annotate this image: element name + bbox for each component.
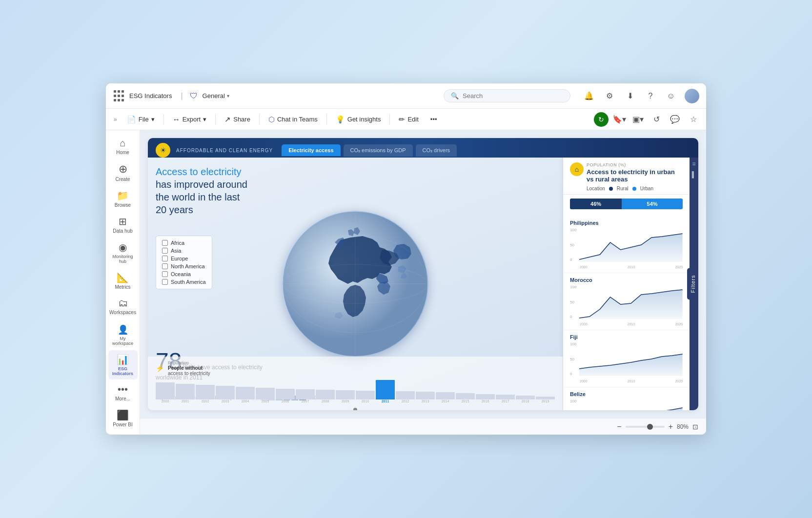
- urban-label: Urban: [640, 186, 653, 191]
- panel-header: ⌂ Population (%) Access to electricity i…: [563, 158, 690, 195]
- comment-icon[interactable]: 💬: [667, 112, 683, 127]
- sidebar-right-icon-2[interactable]: ▌: [692, 171, 696, 178]
- report-left: Access to electricity has improved aroun…: [148, 158, 563, 410]
- share-button[interactable]: ↗ Share: [220, 113, 255, 126]
- sidebar-item-workspaces[interactable]: 🗂 Workspaces: [108, 294, 138, 319]
- sidebar-right-icon-1[interactable]: ≡: [692, 160, 695, 167]
- country-chart-fiji: Fiji 100 50 0: [563, 330, 690, 387]
- filters-tab[interactable]: Filters: [687, 268, 698, 300]
- star-icon[interactable]: ☆: [686, 112, 701, 127]
- edit-button[interactable]: ✏ Edit: [394, 113, 423, 126]
- sidebar: ⌂ Home ⊕ Create 📁 Browse ⊞ Data hub ◉ Mo…: [106, 130, 140, 435]
- bar-col-2014: [436, 392, 455, 399]
- tab-co2-gdp[interactable]: CO₂ emissions by GDP: [344, 144, 413, 157]
- sidebar-item-more[interactable]: ••• More...: [108, 380, 138, 405]
- sidebar-item-esg[interactable]: 📊 ESG Indicators: [108, 350, 138, 379]
- powerbi-icon: ⬛: [117, 409, 129, 421]
- shield-icon: 🛡: [190, 92, 198, 100]
- philippines-chart: [579, 228, 683, 262]
- country-name-philippines: Philippines: [570, 220, 683, 226]
- bar-chart-subtitle-bold: People without: [168, 365, 210, 371]
- notifications-icon[interactable]: 🔔: [582, 89, 596, 103]
- file-button[interactable]: 📄 File ▾: [122, 113, 160, 126]
- bar-col-2008: [316, 390, 335, 399]
- tab-co2-drivers[interactable]: CO₂ drivers: [416, 144, 457, 157]
- chart-area-fiji: [579, 342, 683, 378]
- workspaces-icon: 🗂: [118, 298, 128, 309]
- bar-col-2005: [256, 388, 275, 399]
- sidebar-item-monitoring[interactable]: ◉ Monitoring hub: [108, 238, 138, 267]
- zoom-controls: − + 80% ⊡: [617, 422, 698, 431]
- main-content: ☀ AFFORDABLE AND CLEAN ENERGY Electricit…: [140, 130, 706, 435]
- layout-icon[interactable]: ▣▾: [630, 112, 646, 127]
- header: ESG Indicators | 🛡 General ▾ 🔍 🔔 ⚙ ⬇ ? ☺: [106, 83, 706, 109]
- panel-title: Access to electricity in urban vs rural …: [587, 168, 683, 183]
- svg-marker-7: [579, 290, 683, 319]
- chat-button[interactable]: ⬡ Chat in Teams: [264, 113, 323, 126]
- emoji-icon[interactable]: ☺: [664, 89, 678, 103]
- country-chart-belize: Belize 100 50 0: [563, 387, 690, 410]
- sidebar-item-create[interactable]: ⊕ Create: [108, 159, 138, 185]
- edit-icon: ✏: [399, 115, 405, 124]
- panel-icon: ⌂: [570, 162, 584, 176]
- sidebar-item-datahub[interactable]: ⊞ Data hub: [108, 212, 138, 237]
- bar-chart-subtitle: access to electricity: [168, 371, 210, 376]
- svg-marker-6: [579, 234, 683, 262]
- fiji-chart: [579, 342, 683, 376]
- settings-icon[interactable]: ⚙: [603, 89, 616, 103]
- sidebar-item-powerbi[interactable]: ⬛ Power BI: [111, 406, 135, 431]
- chevron-icon: ▾: [622, 115, 626, 124]
- refresh-icon[interactable]: ↻: [594, 112, 609, 127]
- search-box[interactable]: 🔍: [444, 89, 570, 102]
- zoom-slider[interactable]: [626, 426, 665, 428]
- fit-to-screen-icon[interactable]: ⊡: [692, 423, 698, 431]
- chevron-down-icon: ▾: [151, 116, 155, 123]
- bar-col-2018: [516, 396, 535, 399]
- toolbar-expand-icon[interactable]: »: [111, 114, 120, 125]
- avatar[interactable]: [685, 89, 699, 103]
- bar-col-2016: [476, 394, 495, 399]
- bar-chart-section: ⚡ Population People without access to el…: [148, 357, 563, 410]
- header-actions: 🔔 ⚙ ⬇ ? ☺: [582, 89, 699, 103]
- bar-chart-header: ⚡ Population People without access to el…: [156, 360, 555, 376]
- bookmark-icon[interactable]: 🔖▾: [611, 112, 627, 127]
- globe-visual: [282, 211, 428, 357]
- search-input[interactable]: [463, 92, 563, 100]
- chat-label: Chat in Teams: [277, 116, 318, 123]
- sidebar-item-browse[interactable]: 📁 Browse: [108, 186, 138, 211]
- teams-icon: ⬡: [268, 115, 275, 124]
- toolbar-right: ↻ 🔖▾ ▣▾ ↺ 💬 ☆: [594, 112, 701, 127]
- chevron-down-icon: ▾: [203, 116, 206, 123]
- sidebar-item-home[interactable]: ⌂ Home: [108, 134, 138, 159]
- bar-col-2009: [336, 390, 355, 399]
- export-button[interactable]: ↔ Export ▾: [168, 113, 212, 126]
- bar-col-2001: [176, 384, 195, 399]
- browse-icon: 📁: [117, 190, 129, 201]
- bar-col-2003: [216, 386, 235, 399]
- sidebar-item-metrics[interactable]: 📐 Metrics: [108, 268, 138, 293]
- zoom-minus-button[interactable]: −: [617, 422, 621, 431]
- download-icon[interactable]: ⬇: [623, 89, 637, 103]
- app-grid-icon[interactable]: [113, 90, 124, 102]
- sidebar-item-my-workspace[interactable]: 👤 My workspace: [108, 321, 138, 349]
- bar-col-2010: [356, 391, 375, 399]
- insights-icon: 💡: [336, 115, 345, 124]
- zoom-plus-button[interactable]: +: [669, 422, 673, 431]
- search-icon: 🔍: [451, 92, 459, 100]
- tab-electricity[interactable]: Electricity access: [282, 144, 340, 156]
- export-icon: ↔: [173, 115, 180, 123]
- country-charts: Philippines 100 50 0: [563, 213, 690, 410]
- section-dropdown[interactable]: General ▾: [203, 92, 229, 100]
- report-card: ☀ AFFORDABLE AND CLEAN ENERGY Electricit…: [148, 138, 698, 410]
- undo-icon[interactable]: ↺: [649, 112, 664, 127]
- help-icon[interactable]: ?: [644, 89, 657, 103]
- app-title: ESG Indicators: [129, 92, 172, 100]
- y-axis-labels-fiji: 100 50 0: [570, 342, 576, 376]
- country-name-fiji: Fiji: [570, 334, 683, 340]
- bar-col-2004: [236, 387, 255, 399]
- more-icon: •••: [118, 384, 128, 395]
- country-chart-morocco: Morocco 100 50 0: [563, 273, 690, 330]
- insights-button[interactable]: 💡 Get insights: [331, 113, 386, 126]
- section-title: AFFORDABLE AND CLEAN ENERGY: [176, 148, 273, 153]
- more-options-button[interactable]: •••: [426, 113, 442, 125]
